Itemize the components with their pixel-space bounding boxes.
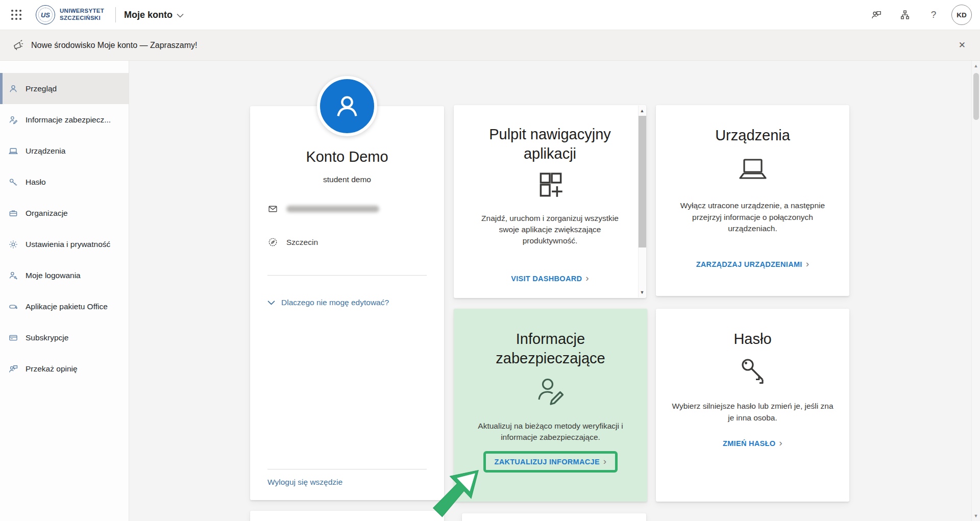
university-name: UNIWERSYTET SZCZECIŃSKI [60,8,104,21]
sidebar-item-organizations[interactable]: Organizacje [0,197,129,229]
page-scrollbar[interactable]: ▲ ▼ [971,61,980,521]
sidebar-item-label: Informacje zabezpiecz... [26,115,115,125]
chevron-right-icon: › [585,273,589,283]
sidebar-item-security-info[interactable]: Informacje zabezpiecz... [0,104,129,135]
user-avatar[interactable]: KD [951,5,972,25]
email-value-redacted [286,206,379,212]
card-description: Wyłącz utracone urządzenie, a następnie … [670,200,835,234]
gear-icon [8,239,19,250]
sign-out-everywhere-link[interactable]: Wyloguj się wszędzie [267,478,427,487]
megaphone-icon [12,39,24,51]
laptop-icon [737,155,769,187]
devices-card: Urządzenia Wyłącz utracone urządzenie, a… [656,105,849,296]
sidebar-item-password[interactable]: Hasło [0,166,129,197]
compass-icon [267,237,278,247]
card-title: Urządzenia [715,126,790,145]
chevron-right-icon: › [603,456,607,466]
visit-dashboard-link[interactable]: VISIT DASHBOARD› [511,274,589,283]
sidebar-item-label: Organizacje [26,209,72,218]
sidebar-item-feedback[interactable]: Przekaż opinię [0,353,129,384]
key-icon [737,355,769,388]
update-info-link[interactable]: ZAKTUALIZUJ INFORMACJE› [494,457,606,466]
sidebar-item-label: Przekaż opinię [26,364,82,374]
chevron-down-icon [267,300,275,305]
person-key-icon [8,270,19,281]
university-seal-icon: US [36,5,55,24]
account-role: student demo [250,175,444,184]
feedback-icon[interactable] [866,4,887,26]
laptop-icon [8,145,19,157]
person-icon [331,90,363,122]
why-cant-edit-label: Dlaczego nie mogę edytować? [281,298,389,307]
security-info-card: Informacje zabezpieczające Aktualizuj na… [454,309,647,502]
sidebar-item-overview[interactable]: Przegląd [0,73,129,104]
change-password-link[interactable]: ZMIEŃ HASŁO› [723,439,782,448]
scroll-down-icon[interactable]: ▼ [640,287,645,297]
sidebar-item-label: Subskrypcje [26,333,72,342]
person-edit-icon [8,114,19,126]
key-icon [8,177,19,188]
person-edit-icon [532,375,569,410]
email-row [267,204,427,214]
help-icon[interactable]: ? [923,4,944,26]
app-grid-plus-icon [533,169,567,205]
card-description: Wybierz silniejsze hasło lub zmień je, j… [671,401,834,424]
sidebar-item-office-apps[interactable]: Aplikacje pakietu Office [0,291,129,322]
account-name: Konto Demo [250,148,444,165]
notification-banner: Nowe środowisko Moje konto — Zapraszamy!… [0,30,980,61]
person-icon [8,83,19,94]
sidebar-item-settings-privacy[interactable]: Ustawienia i prywatność [0,229,129,260]
briefcase-icon [8,208,19,219]
sidebar-item-sign-ins[interactable]: Moje logowania [0,260,129,291]
envelope-icon [267,204,278,214]
topbar-divider [115,7,116,22]
avatar [317,76,377,136]
portal-title-label: Moje konto [124,10,173,20]
sidebar-item-label: Ustawienia i prywatność [26,240,114,249]
sidebar-item-subscriptions[interactable]: Subskrypcje [0,322,129,353]
credit-card-icon [8,332,19,343]
divider [267,275,427,276]
sidebar: Przegląd Informacje zabezpiecz... Urządz… [0,61,129,521]
scroll-down-icon[interactable]: ▼ [974,511,978,521]
sidebar-item-label: Moje logowania [26,271,85,280]
why-cant-edit-link[interactable]: Dlaczego nie mogę edytować? [267,298,427,307]
card-description: Aktualizuj na bieżąco metody weryfikacji… [469,420,632,443]
chevron-down-icon [177,13,184,18]
app-launcher-icon[interactable] [4,3,29,27]
card-description: Znajdź, uruchom i zorganizuj wszystkie s… [471,213,629,247]
profile-card: Konto Demo student demo Szczecin Dlaczeg… [250,106,444,500]
password-card: Hasło Wybierz silniejsze hasło lub zmień… [656,309,849,502]
person-feedback-icon [8,363,19,375]
banner-text: Nowe środowisko Moje konto — Zapraszamy! [31,41,197,50]
partial-card [462,513,646,521]
card-scrollbar[interactable]: ▲ ▼ [638,106,646,297]
chevron-right-icon: › [779,438,782,448]
scroll-up-icon[interactable]: ▲ [640,106,645,116]
update-info-highlight[interactable]: ZAKTUALIZUJ INFORMACJE› [483,451,617,473]
manage-devices-link[interactable]: ZARZĄDZAJ URZĄDZENIAMI› [696,260,810,268]
scrollbar-thumb[interactable] [639,116,646,247]
top-bar: US UNIWERSYTET SZCZECIŃSKI Moje konto ? … [0,0,980,30]
card-title: Informacje zabezpieczające [469,329,632,368]
location-value: Szczecin [286,238,318,247]
office-apps-icon [8,301,19,312]
sidebar-item-label: Urządzenia [26,146,69,156]
portal-title-dropdown[interactable]: Moje konto [124,10,184,20]
scroll-up-icon[interactable]: ▲ [974,61,978,71]
sidebar-item-label: Hasło [26,178,50,187]
close-icon[interactable]: ✕ [955,37,969,54]
scrollbar-thumb[interactable] [973,73,979,120]
card-title: Hasło [733,329,771,349]
divider [267,469,427,469]
card-title: Pulpit nawigacyjny aplikacji [471,125,629,164]
university-logo[interactable]: US UNIWERSYTET SZCZECIŃSKI [36,5,104,24]
partial-card [250,511,444,521]
organization-icon[interactable] [894,4,916,26]
app-dashboard-card: Pulpit nawigacyjny aplikacji Znajdź, uru… [454,105,646,298]
chevron-right-icon: › [806,259,810,268]
sidebar-item-label: Przegląd [26,84,61,93]
sidebar-item-label: Aplikacje pakietu Office [26,302,112,311]
location-row: Szczecin [267,237,427,247]
sidebar-item-devices[interactable]: Urządzenia [0,135,129,166]
